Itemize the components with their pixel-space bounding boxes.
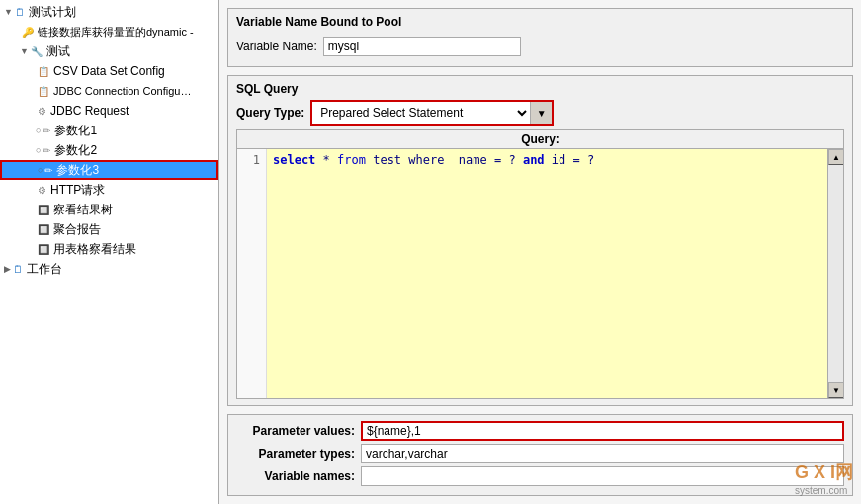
var-name-section-title: Variable Name Bound to Pool bbox=[236, 15, 401, 29]
csv-icon: 📋 bbox=[38, 66, 49, 77]
http-icon: ⚙ bbox=[38, 185, 46, 196]
param-values-input[interactable] bbox=[361, 421, 844, 441]
query-area: Query: 1 select * from test where name =… bbox=[236, 129, 844, 399]
sidebar-item-jdbc-config[interactable]: 📋 JDBC Connection Configurati bbox=[0, 81, 218, 101]
vertical-scrollbar[interactable]: ▲ ▼ bbox=[827, 149, 843, 398]
sidebar-item-param1[interactable]: ○ ✏ 参数化1 bbox=[0, 121, 218, 140]
expand-icon: ○ bbox=[38, 165, 43, 175]
expand-icon: ○ bbox=[36, 126, 41, 135]
query-type-select[interactable]: Prepared Select Statement Select Stateme… bbox=[312, 102, 530, 124]
sidebar-label: 参数化2 bbox=[54, 142, 97, 159]
expand-icon: ▶ bbox=[4, 264, 11, 274]
sidebar-item-db-config[interactable]: 🔑 链接数据库获得量置的dynamic - bbox=[0, 22, 218, 42]
var-name-input[interactable] bbox=[323, 37, 521, 56]
param3-icon: ✏ bbox=[44, 165, 52, 176]
sidebar-item-param3[interactable]: ○ ✏ 参数化3 bbox=[0, 160, 218, 180]
table-icon: 🔲 bbox=[38, 244, 49, 255]
plan-icon: 🗒 bbox=[15, 7, 25, 18]
var-names-input[interactable] bbox=[361, 466, 844, 486]
sidebar-item-jdbc-request[interactable]: ⚙ JDBC Request bbox=[0, 101, 218, 121]
tree-panel: ▼ 🗒 测试计划 🔑 链接数据库获得量置的dynamic - ▼ 🔧 测试 📋 … bbox=[0, 0, 219, 504]
scroll-up-btn[interactable]: ▲ bbox=[828, 149, 843, 165]
sidebar-label: 参数化3 bbox=[56, 162, 99, 179]
sidebar-label: 用表格察看结果 bbox=[53, 241, 136, 258]
dropdown-btn[interactable]: ▼ bbox=[530, 102, 552, 124]
expand-icon: ▼ bbox=[4, 7, 13, 17]
sidebar-item-test-group[interactable]: ▼ 🔧 测试 bbox=[0, 42, 218, 61]
query-type-label: Query Type: bbox=[236, 106, 304, 120]
sidebar-item-param2[interactable]: ○ ✏ 参数化2 bbox=[0, 140, 218, 160]
query-editor: 1 select * from test where name = ? and … bbox=[237, 149, 843, 398]
line-numbers: 1 bbox=[237, 149, 267, 398]
sql-section-title: SQL Query bbox=[236, 82, 844, 96]
sidebar-label: CSV Data Set Config bbox=[53, 64, 165, 78]
workbench-icon: 🗒 bbox=[13, 264, 23, 275]
query-type-row: Query Type: Prepared Select Statement Se… bbox=[236, 100, 844, 126]
sidebar-item-report[interactable]: 🔲 聚合报告 bbox=[0, 219, 218, 239]
sidebar-label: 参数化1 bbox=[54, 123, 97, 139]
request-icon: ⚙ bbox=[38, 106, 46, 117]
sidebar-item-test-plan[interactable]: ▼ 🗒 测试计划 bbox=[0, 2, 218, 22]
expand-icon: ○ bbox=[36, 145, 41, 155]
sidebar-label: 聚合报告 bbox=[53, 221, 101, 238]
sidebar-label: 工作台 bbox=[27, 261, 62, 278]
expand-icon: ▼ bbox=[20, 46, 29, 56]
param2-icon: ✏ bbox=[43, 145, 50, 156]
db-icon: 🔑 bbox=[22, 27, 34, 38]
watermark: G X I网 system.com bbox=[795, 461, 853, 496]
var-name-label: Variable Name: bbox=[236, 40, 317, 53]
var-name-section: Variable Name Bound to Pool Variable Nam… bbox=[227, 8, 853, 67]
sidebar-label: 测试计划 bbox=[29, 4, 76, 21]
sidebar-item-workbench[interactable]: ▶ 🗒 工作台 bbox=[0, 259, 218, 279]
sidebar-item-csv-config[interactable]: 📋 CSV Data Set Config bbox=[0, 61, 218, 81]
watermark-brand: G X I网 bbox=[795, 462, 853, 482]
results-icon: 🔲 bbox=[38, 205, 49, 215]
sql-query-section: SQL Query Query Type: Prepared Select St… bbox=[227, 75, 853, 406]
watermark-url: system.com bbox=[795, 485, 847, 496]
sidebar-label: JDBC Connection Configurati bbox=[53, 85, 192, 97]
sidebar-item-results-tree[interactable]: 🔲 察看结果树 bbox=[0, 200, 218, 219]
scroll-track bbox=[828, 165, 843, 382]
param-types-input[interactable] bbox=[361, 444, 844, 463]
var-names-row: Variable names: bbox=[236, 466, 844, 486]
sidebar-item-http[interactable]: ⚙ HTTP请求 bbox=[0, 180, 218, 200]
param1-icon: ✏ bbox=[43, 126, 50, 136]
sidebar-label: 链接数据库获得量置的dynamic - bbox=[38, 25, 194, 40]
code-editor[interactable]: select * from test where name = ? and id… bbox=[267, 149, 827, 398]
sidebar-label: JDBC Request bbox=[50, 104, 129, 118]
params-section: Parameter values: Parameter types: Varia… bbox=[227, 414, 853, 496]
param-types-label: Parameter types: bbox=[236, 447, 355, 461]
param-values-row: Parameter values: bbox=[236, 421, 844, 441]
query-type-select-wrapper: Prepared Select Statement Select Stateme… bbox=[310, 100, 554, 126]
jdbc-icon: 📋 bbox=[38, 86, 49, 97]
sidebar-item-table-view[interactable]: 🔲 用表格察看结果 bbox=[0, 239, 218, 259]
sidebar-label: HTTP请求 bbox=[50, 182, 105, 199]
test-icon: 🔧 bbox=[31, 46, 43, 57]
report-icon: 🔲 bbox=[38, 224, 49, 235]
scroll-down-btn[interactable]: ▼ bbox=[828, 382, 843, 398]
param-values-label: Parameter values: bbox=[236, 424, 355, 438]
query-editor-label: Query: bbox=[237, 130, 843, 149]
sidebar-label: 察看结果树 bbox=[53, 202, 113, 218]
sidebar-label: 测试 bbox=[46, 43, 70, 60]
var-names-label: Variable names: bbox=[236, 469, 355, 483]
right-panel: Variable Name Bound to Pool Variable Nam… bbox=[219, 0, 861, 504]
param-types-row: Parameter types: bbox=[236, 444, 844, 463]
